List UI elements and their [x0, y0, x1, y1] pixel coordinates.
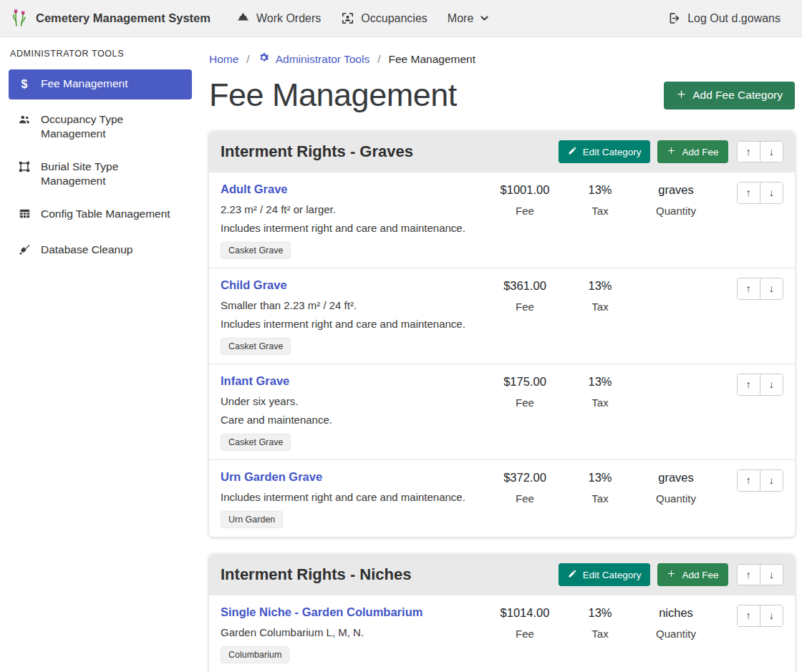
pencil-icon [568, 569, 577, 580]
fee-amount: $1014.00 Fee [485, 605, 564, 640]
breadcrumb-separator: / [246, 53, 249, 66]
fee-name-link[interactable]: Single Niche - Garden Columbarium [221, 605, 422, 619]
tax-value: 13% [564, 279, 636, 293]
move-down-button[interactable]: ↓ [760, 182, 783, 203]
quantity-info-empty [636, 278, 716, 279]
breadcrumb-admin-tools-link[interactable]: Administrator Tools [258, 52, 370, 67]
page-title: Fee Management [209, 77, 457, 114]
sidebar-heading: ADMINISTRATOR TOOLS [10, 49, 192, 59]
add-fee-category-button[interactable]: Add Fee Category [664, 82, 795, 109]
fee-row: Adult Grave 2.23 m² / 24 ft² or larger. … [209, 172, 795, 268]
fee-name-link[interactable]: Urn Garden Grave [221, 470, 322, 484]
sidebar-item-database-cleanup[interactable]: Database Cleanup [9, 237, 192, 266]
hard-hat-icon [236, 11, 250, 25]
nav-more[interactable]: More [438, 6, 499, 31]
fee-label: Fee [485, 492, 564, 505]
sidebar-item-occupancy-type[interactable]: Occupancy Type Management [9, 107, 192, 147]
tax-label: Tax [564, 492, 636, 505]
fee-label: Fee [485, 396, 564, 409]
edit-category-label: Edit Category [583, 570, 642, 580]
fee-description: Garden Columbarium L, M, N. [221, 626, 485, 638]
move-up-button[interactable]: ↑ [738, 182, 760, 203]
fee-type-badge: Casket Grave [221, 338, 291, 355]
tax-label: Tax [564, 301, 636, 313]
nav-work-orders[interactable]: Work Orders [226, 6, 331, 31]
fee-info: Urn Garden Grave Includes interment righ… [221, 469, 485, 528]
edit-category-label: Edit Category [583, 147, 642, 157]
fee-label: Fee [485, 628, 564, 640]
fee-value: $361.00 [485, 279, 564, 293]
fee-info: Child Grave Smaller than 2.23 m² / 24 ft… [221, 278, 485, 355]
move-down-button[interactable]: ↓ [760, 605, 783, 626]
fee-description: Includes interment right and care and ma… [221, 222, 485, 234]
dollar-icon: $ [17, 77, 32, 92]
sidebar-item-label: Burial Site Type Management [41, 160, 185, 188]
move-down-button[interactable]: ↓ [760, 470, 783, 491]
sidebar-item-label: Fee Management [41, 77, 128, 91]
edit-category-button[interactable]: Edit Category [559, 140, 651, 163]
sidebar-item-fee-management[interactable]: $ Fee Management [9, 69, 192, 99]
sidebar-item-burial-site-type[interactable]: Burial Site Type Management [9, 154, 192, 194]
tax-label: Tax [564, 628, 636, 640]
move-up-button[interactable]: ↑ [738, 605, 760, 626]
sidebar: ADMINISTRATOR TOOLS $ Fee Management Occ… [0, 37, 200, 672]
sidebar-item-label: Config Table Management [41, 207, 170, 221]
logout-label: Log Out d.gowans [687, 12, 781, 25]
fee-amount: $175.00 Fee [485, 374, 564, 409]
fee-description: Includes interment right and care and ma… [221, 318, 485, 330]
fee-name-link[interactable]: Infant Grave [221, 374, 289, 388]
plus-icon [676, 89, 687, 102]
breadcrumb-home-link[interactable]: Home [209, 53, 238, 66]
app-brand[interactable]: Cemetery Management System [11, 7, 211, 30]
fee-amount: $361.00 Fee [485, 278, 564, 313]
fee-category-card-graves: Interment Rights - Graves Edit Category … [209, 131, 795, 537]
category-reorder-controls: ↑ ↓ [737, 564, 784, 586]
fee-row: Single Niche - Garden Columbarium Garden… [209, 595, 795, 672]
category-reorder-controls: ↑ ↓ [737, 141, 784, 163]
fee-label: Fee [485, 301, 564, 313]
breadcrumb: Home / Administrator Tools / Fee Managem… [209, 52, 795, 67]
tulip-logo-icon [11, 7, 29, 30]
move-up-button[interactable]: ↑ [738, 278, 760, 299]
nav-occupancies[interactable]: Occupancies [331, 6, 438, 31]
fee-info: Adult Grave 2.23 m² / 24 ft² or larger. … [221, 182, 485, 259]
edit-category-button[interactable]: Edit Category [559, 563, 651, 586]
people-icon [17, 113, 32, 130]
move-up-button[interactable]: ↑ [738, 142, 760, 162]
pencil-icon [568, 146, 577, 157]
move-down-button[interactable]: ↓ [760, 278, 783, 299]
top-navbar: Cemetery Management System Work Orders O… [0, 0, 802, 37]
move-up-button[interactable]: ↑ [738, 374, 760, 395]
fee-reorder-controls: ↑ ↓ [737, 469, 784, 492]
plus-icon [667, 569, 676, 580]
bounding-frame-icon [17, 160, 32, 177]
fee-description: Care and maintenance. [221, 414, 485, 426]
move-up-button[interactable]: ↑ [738, 470, 760, 491]
fee-info: Single Niche - Garden Columbarium Garden… [221, 605, 485, 663]
category-header: Interment Rights - Niches Edit Category … [209, 554, 795, 595]
move-down-button[interactable]: ↓ [760, 374, 783, 395]
quantity-value: graves [636, 471, 716, 484]
fee-name-link[interactable]: Adult Grave [221, 182, 288, 196]
fee-value: $1014.00 [485, 606, 564, 620]
sidebar-item-config-table[interactable]: Config Table Management [9, 201, 192, 229]
fee-row: Infant Grave Under six years. Care and m… [209, 364, 795, 460]
logout-button[interactable]: Log Out d.gowans [657, 6, 791, 31]
fee-name-link[interactable]: Child Grave [221, 278, 287, 292]
tax-label: Tax [564, 205, 636, 217]
add-fee-label: Add Fee [682, 147, 718, 157]
fee-value: $1001.00 [485, 183, 564, 197]
quantity-info-empty [636, 374, 716, 375]
table-icon [17, 208, 32, 223]
fee-label: Fee [485, 205, 564, 217]
move-up-button[interactable]: ↑ [738, 565, 760, 585]
fee-reorder-controls: ↑ ↓ [737, 605, 784, 627]
add-fee-button[interactable]: Add Fee [657, 563, 728, 586]
tax-value: 13% [564, 606, 636, 620]
add-fee-button[interactable]: Add Fee [657, 140, 728, 163]
move-down-button[interactable]: ↓ [760, 565, 783, 585]
move-down-button[interactable]: ↓ [760, 142, 783, 162]
fee-description: Under six years. [221, 395, 485, 407]
category-header: Interment Rights - Graves Edit Category … [209, 131, 795, 172]
tax-value: 13% [564, 375, 636, 389]
